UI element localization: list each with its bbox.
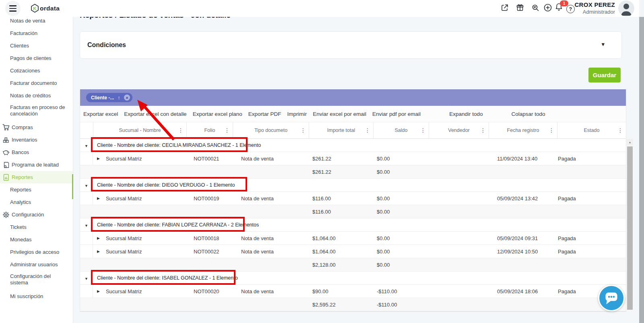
notifications-badge: 1 xyxy=(560,0,568,6)
group-row[interactable]: ▼ Cliente - Nombre del cliente: FABIAN L… xyxy=(80,218,626,232)
sidebar-item-facturacion[interactable]: Facturación xyxy=(0,27,73,39)
cell-fecha: 11/09/2024 13:40 xyxy=(489,152,557,165)
cell-importe: $1,064.00 xyxy=(309,232,373,245)
chevron-down-icon: ▼ xyxy=(85,224,88,228)
brand-logo[interactable]: K ordata xyxy=(31,4,60,13)
table-row[interactable]: ▶Sucursal Matriz NOT00019 Nota de venta … xyxy=(80,192,626,205)
table-row[interactable]: ▶Sucursal Matriz NOT00022 Nota de venta … xyxy=(80,245,626,258)
column-menu-icon[interactable]: ⋮ xyxy=(224,127,230,134)
collapse-group-button[interactable]: ▼ xyxy=(80,179,93,192)
sidebar-item-programa-de-lealtad[interactable]: Programa de lealtad xyxy=(0,158,73,171)
sidebar-item-cotizaciones[interactable]: Cotizaciones xyxy=(0,64,73,77)
column-header-vendedor[interactable]: Vendedor⋮ xyxy=(429,122,489,138)
sidebar-item-administrar-usuarios[interactable]: Administrar usuarios xyxy=(0,258,73,271)
hamburger-menu-button[interactable] xyxy=(5,1,21,16)
sidebar-item-monedas[interactable]: Monedas xyxy=(0,233,73,246)
expand-row-icon[interactable]: ▶ xyxy=(97,250,100,253)
cell-fecha: 05/09/2024 18:06 xyxy=(489,285,557,298)
cell-vendedor xyxy=(429,152,489,165)
scroll-up-button[interactable]: ▲ xyxy=(627,139,633,146)
save-button[interactable]: Guardar xyxy=(588,68,621,82)
cell-folio: NOT00021 xyxy=(186,152,233,165)
collapse-group-button[interactable]: ▼ xyxy=(80,218,93,232)
table-row[interactable]: ▶Sucursal Matriz NOT00021 Nota de venta … xyxy=(80,152,626,165)
column-header-importe[interactable]: Importe total⋮ xyxy=(309,122,373,138)
chevron-down-icon[interactable]: ▾ xyxy=(601,41,605,48)
column-menu-icon[interactable]: ⋮ xyxy=(178,127,184,134)
sidebar-item-mi-suscripcion[interactable]: Mi suscripción xyxy=(0,290,73,302)
expand-row-icon[interactable]: ▶ xyxy=(97,197,100,200)
chat-widget-button[interactable] xyxy=(598,285,625,311)
grouping-bar[interactable]: Cliente -... ↑ × xyxy=(80,89,626,106)
svg-text:K: K xyxy=(33,6,37,11)
logo-hexagon-icon: K xyxy=(31,4,39,13)
column-header-folio[interactable]: Folio⋮ xyxy=(186,122,233,138)
sidebar-item-notas-de-creditos[interactable]: Notas de créditos xyxy=(0,89,73,102)
column-header-sucursal[interactable]: Sucursal - Nombre⋮ xyxy=(93,122,186,138)
column-header-estado[interactable]: Estado⋮ xyxy=(557,122,626,138)
collapse-group-button[interactable]: ▼ xyxy=(80,272,93,285)
group-chip-cliente[interactable]: Cliente -... ↑ × xyxy=(86,93,132,102)
column-menu-icon[interactable]: ⋮ xyxy=(300,127,306,134)
export-excel-flat-button[interactable]: Exportar excel plano xyxy=(193,111,242,117)
sidebar-item-facturar-documento[interactable]: Facturar documento xyxy=(0,77,73,89)
sidebar-item-facturas-en-proceso[interactable]: Facturas en proceso de cancelación xyxy=(0,102,73,121)
grid-scrollbar-thumb[interactable] xyxy=(627,146,633,310)
gift-icon[interactable] xyxy=(516,3,525,13)
export-pdf-button[interactable]: Exportar PDF xyxy=(248,111,281,117)
sidebar-item-pagos-de-clientes[interactable]: Pagos de clientes xyxy=(0,52,73,64)
sidebar-item-privilegios-de-acceso[interactable]: Privilegios de acceso xyxy=(0,246,73,258)
sidebar-item-clientes[interactable]: Clientes xyxy=(0,39,73,52)
grid-scrollbar: ▲ xyxy=(627,139,633,310)
sidebar-item-configuracion-del-sistema[interactable]: Configuración del sistema xyxy=(0,271,73,290)
cell-sucursal: Sucursal Matriz xyxy=(106,245,142,258)
collapse-all-button[interactable]: Colapsar todo xyxy=(511,111,545,117)
column-menu-icon[interactable]: ⋮ xyxy=(420,127,426,134)
subtotal-saldo: $0.00 xyxy=(373,165,429,179)
sidebar-item-reportes-section[interactable]: Reportes xyxy=(0,171,73,183)
table-row[interactable]: ▶Sucursal Matriz NOT00020 Nota de venta … xyxy=(80,285,626,298)
column-header-tipo[interactable]: Tipo documeto⋮ xyxy=(233,122,309,138)
user-name[interactable]: CROX PEREZ xyxy=(535,1,615,8)
sidebar-item-bancos[interactable]: Bancos xyxy=(0,146,73,158)
cell-saldo: $0.00 xyxy=(373,232,429,245)
column-header-fecha[interactable]: Fecha registro⋮ xyxy=(489,122,557,138)
export-excel-button[interactable]: Exportar excel xyxy=(83,111,118,117)
collapse-group-button[interactable]: ▼ xyxy=(80,139,93,152)
column-menu-icon[interactable]: ⋮ xyxy=(365,127,370,134)
sidebar-item-configuracion[interactable]: Configuración xyxy=(0,208,73,221)
page-scrollbar-thumb[interactable] xyxy=(639,17,644,323)
column-menu-icon[interactable]: ⋮ xyxy=(549,127,554,134)
group-subtotal-row: $261.22 $0.00 xyxy=(80,165,626,179)
table-row[interactable]: ▶Sucursal Matriz NOT00018 Nota de venta … xyxy=(80,232,626,245)
print-button[interactable]: Imprimir xyxy=(287,111,307,117)
sidebar-item-analytics[interactable]: Analytics xyxy=(0,196,73,208)
sidebar-item-reportes[interactable]: Reportes xyxy=(0,183,73,196)
column-header-saldo[interactable]: Saldo⋮ xyxy=(373,122,429,138)
send-pdf-email-button[interactable]: Enviar pdf por email xyxy=(372,111,421,117)
conditions-panel[interactable]: Condiciones ▾ xyxy=(80,31,622,59)
sort-ascending-icon[interactable]: ↑ xyxy=(118,95,120,100)
expand-row-icon[interactable]: ▶ xyxy=(97,290,100,293)
remove-group-icon[interactable]: × xyxy=(124,95,130,101)
sidebar-item-compras[interactable]: Compras xyxy=(0,121,73,134)
column-menu-icon[interactable]: ⋮ xyxy=(617,127,623,134)
group-row[interactable]: ▼ Cliente - Nombre del cliente: DIEGO VE… xyxy=(80,179,626,192)
cell-folio: NOT00022 xyxy=(186,245,233,258)
export-excel-detail-button[interactable]: Exportar excel con detalle xyxy=(124,111,186,117)
avatar[interactable] xyxy=(618,0,634,16)
send-excel-email-button[interactable]: Enviar excel por email xyxy=(313,111,366,117)
group-row[interactable]: ▼ Cliente - Nombre del cliente: CECILIA … xyxy=(80,139,626,152)
sidebar-item-tickets[interactable]: Tickets xyxy=(0,221,73,233)
expand-row-icon[interactable]: ▶ xyxy=(97,157,100,160)
report-icon xyxy=(2,174,10,181)
active-item-indicator xyxy=(72,174,73,199)
column-menu-icon[interactable]: ⋮ xyxy=(480,127,486,134)
open-external-icon[interactable] xyxy=(500,3,510,13)
group-row[interactable]: ▼ Cliente - Nombre del cliente: ISABEL G… xyxy=(80,272,626,285)
expand-row-icon[interactable]: ▶ xyxy=(97,237,100,240)
cell-estado: Pagada xyxy=(557,232,626,245)
sidebar-item-inventarios[interactable]: Inventarios xyxy=(0,134,73,146)
sidebar: Notas de venta Facturación Clientes Pago… xyxy=(0,0,73,323)
expand-all-button[interactable]: Expandir todo xyxy=(449,111,483,117)
